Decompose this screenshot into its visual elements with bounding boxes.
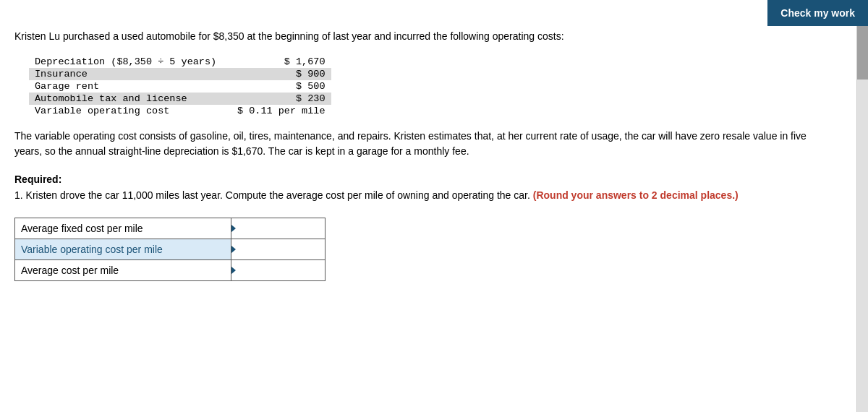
answer-input[interactable] bbox=[237, 244, 319, 255]
cost-item-value: $ 1,670 bbox=[231, 56, 331, 68]
scrollbar-thumb[interactable] bbox=[857, 22, 868, 80]
cost-item-value: $ 0.11 per mile bbox=[231, 105, 331, 117]
answer-row-label: Average fixed cost per mile bbox=[15, 218, 231, 239]
answer-input-cell[interactable] bbox=[231, 239, 326, 260]
cost-item-row: Insurance$ 900 bbox=[29, 68, 331, 80]
answer-input[interactable] bbox=[237, 223, 319, 234]
cost-item-value: $ 500 bbox=[231, 80, 331, 93]
answer-row: Average cost per mile bbox=[15, 260, 326, 281]
answer-input-cell[interactable] bbox=[231, 218, 326, 239]
answer-row: Average fixed cost per mile bbox=[15, 218, 326, 239]
cost-item-row: Garage rent$ 500 bbox=[29, 80, 331, 93]
answer-table-container: Average fixed cost per mileVariable oper… bbox=[14, 218, 825, 281]
cost-table: Depreciation ($8,350 ÷ 5 years)$ 1,670In… bbox=[29, 56, 825, 117]
answer-row: Variable operating cost per mile bbox=[15, 239, 326, 260]
instruction-highlight: (Round your answers to 2 decimal places.… bbox=[533, 189, 739, 201]
cost-item-row: Automobile tax and license$ 230 bbox=[29, 93, 331, 105]
cost-item-value: $ 900 bbox=[231, 68, 331, 80]
cost-item-label: Insurance bbox=[29, 68, 231, 80]
intro-text: Kristen Lu purchased a used automobile f… bbox=[14, 29, 825, 44]
cost-item-label: Garage rent bbox=[29, 80, 231, 93]
cost-item-label: Depreciation ($8,350 ÷ 5 years) bbox=[29, 56, 231, 68]
required-label: Required: bbox=[14, 173, 825, 185]
cost-item-value: $ 230 bbox=[231, 93, 331, 105]
instruction-plain: 1. Kristen drove the car 11,000 miles la… bbox=[14, 189, 530, 201]
required-instruction: 1. Kristen drove the car 11,000 miles la… bbox=[14, 188, 825, 203]
scrollbar[interactable] bbox=[856, 0, 868, 412]
cost-item-label: Variable operating cost bbox=[29, 105, 231, 117]
answer-input[interactable] bbox=[237, 265, 319, 276]
cost-item-row: Variable operating cost$ 0.11 per mile bbox=[29, 105, 331, 117]
cost-item-row: Depreciation ($8,350 ÷ 5 years)$ 1,670 bbox=[29, 56, 331, 68]
required-section: Required: 1. Kristen drove the car 11,00… bbox=[14, 173, 825, 203]
answer-input-cell[interactable] bbox=[231, 260, 326, 281]
check-my-work-button[interactable]: Check my work bbox=[767, 0, 868, 26]
answer-row-label: Variable operating cost per mile bbox=[15, 239, 231, 260]
description-text: The variable operating cost consists of … bbox=[14, 129, 825, 159]
answer-row-label: Average cost per mile bbox=[15, 260, 231, 281]
cost-item-label: Automobile tax and license bbox=[29, 93, 231, 105]
